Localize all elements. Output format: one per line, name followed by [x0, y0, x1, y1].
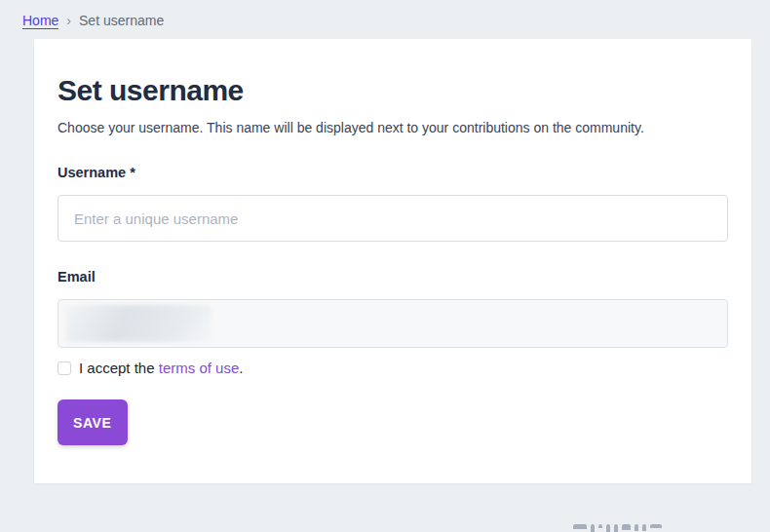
footer-glyph-fragment	[598, 524, 602, 528]
username-field: Username *	[58, 165, 728, 242]
breadcrumb: Home › Set username	[0, 0, 770, 39]
terms-checkbox[interactable]	[58, 361, 71, 375]
chevron-right-icon: ›	[66, 13, 71, 29]
username-input[interactable]	[58, 195, 728, 242]
footer-glyph-fragment	[591, 524, 595, 532]
email-redacted-value	[65, 305, 212, 342]
footer-glyph-fragment	[622, 524, 631, 530]
set-username-card: Set username Choose your username. This …	[34, 39, 751, 483]
save-button[interactable]: SAVE	[58, 399, 128, 445]
footer-glyph-fragment	[635, 524, 638, 531]
required-asterisk: *	[130, 165, 135, 180]
breadcrumb-home-link[interactable]: Home	[22, 13, 58, 29]
terms-suffix-text: .	[239, 360, 243, 376]
terms-of-use-link[interactable]: terms of use	[159, 360, 240, 376]
footer-glyph-fragment	[614, 524, 618, 532]
terms-label: I accept the terms of use.	[79, 360, 243, 376]
footer-glyph-fragment	[642, 524, 646, 531]
email-input-disabled	[58, 299, 728, 348]
terms-prefix-text: I accept the	[79, 360, 155, 376]
email-field: Email	[58, 269, 728, 348]
footer-glyph-fragment	[606, 524, 610, 532]
page-title: Set username	[58, 74, 728, 107]
footer-glyph-fragment	[650, 524, 662, 528]
username-label: Username *	[58, 165, 728, 180]
footer-cutoff-text	[573, 524, 662, 532]
footer-glyph-fragment	[573, 524, 587, 529]
email-label: Email	[58, 269, 728, 285]
page-subtitle: Choose your username. This name will be …	[58, 120, 728, 135]
breadcrumb-current: Set username	[79, 13, 164, 28]
terms-row: I accept the terms of use.	[58, 360, 728, 376]
username-label-text: Username	[58, 165, 126, 180]
